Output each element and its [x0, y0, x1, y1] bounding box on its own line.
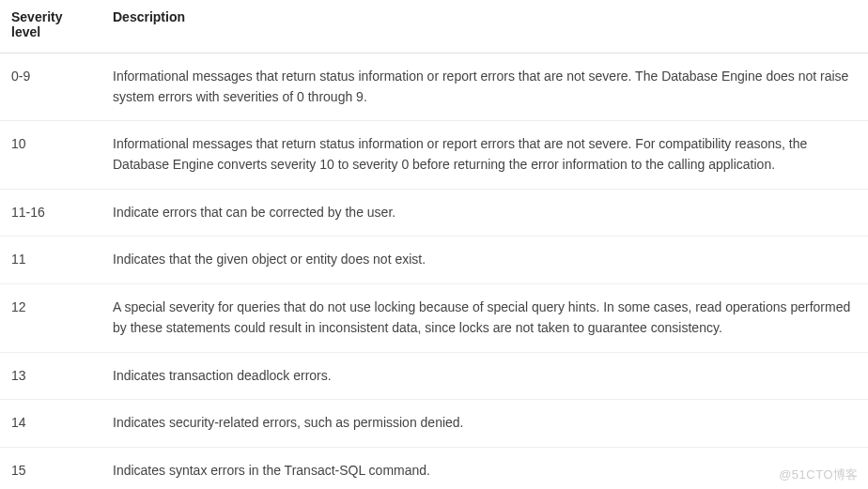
cell-description: Indicates syntax errors in the Transact-…	[101, 447, 868, 489]
cell-level: 10	[0, 121, 101, 189]
table-row: 13 Indicates transaction deadlock errors…	[0, 352, 868, 400]
cell-level: 11	[0, 237, 101, 284]
cell-level: 0-9	[0, 53, 101, 121]
cell-level: 14	[0, 400, 101, 448]
cell-description: Indicates security-related errors, such …	[101, 400, 868, 448]
cell-description: Indicate errors that can be corrected by…	[101, 189, 868, 237]
cell-level: 15	[0, 447, 101, 489]
header-description: Description	[101, 0, 868, 53]
cell-description: Indicates that the given object or entit…	[101, 237, 868, 284]
table-row: 11-16 Indicate errors that can be correc…	[0, 189, 868, 237]
cell-level: 13	[0, 352, 101, 400]
table-row: 14 Indicates security-related errors, su…	[0, 400, 868, 448]
cell-description: A special severity for queries that do n…	[101, 284, 868, 352]
header-severity-level: Severity level	[0, 0, 101, 53]
table-row: 0-9 Informational messages that return s…	[0, 53, 868, 121]
table-row: 15 Indicates syntax errors in the Transa…	[0, 447, 868, 489]
cell-description: Informational messages that return statu…	[101, 121, 868, 189]
table-row: 10 Informational messages that return st…	[0, 121, 868, 189]
cell-level: 11-16	[0, 189, 101, 237]
cell-description: Informational messages that return statu…	[101, 53, 868, 121]
table-row: 11 Indicates that the given object or en…	[0, 237, 868, 284]
severity-table: Severity level Description 0-9 Informati…	[0, 0, 868, 489]
table-row: 12 A special severity for queries that d…	[0, 284, 868, 352]
cell-level: 12	[0, 284, 101, 352]
cell-description: Indicates transaction deadlock errors.	[101, 352, 868, 400]
table-header-row: Severity level Description	[0, 0, 868, 53]
